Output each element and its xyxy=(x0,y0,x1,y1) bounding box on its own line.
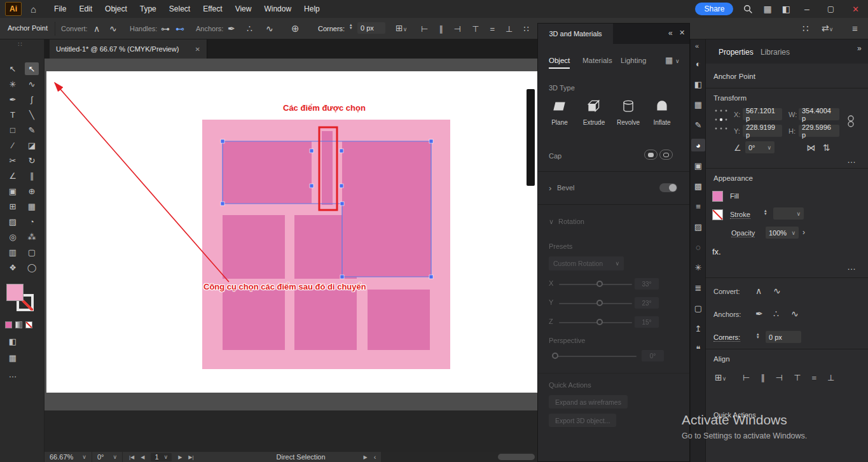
blend-tool[interactable]: ◎ xyxy=(6,230,20,243)
shape-builder-tool[interactable]: ⊕ xyxy=(25,185,39,197)
menu-item-type[interactable]: Type xyxy=(134,4,163,13)
panel-icon-gradient[interactable]: ▨ xyxy=(691,220,705,233)
presets-dropdown[interactable]: Custom Rotation ∨ xyxy=(549,256,624,270)
color-mode-gradient[interactable] xyxy=(15,321,22,328)
export-3d-object-button[interactable]: Export 3D object... xyxy=(549,414,616,427)
zoom-dropdown[interactable]: 66.67% ∨ xyxy=(45,452,92,462)
perspective-knob[interactable] xyxy=(552,353,558,359)
line-segment-tool[interactable]: ╲ xyxy=(25,108,39,121)
magic-wand-tool[interactable]: ✳ xyxy=(6,78,20,90)
cap-on-button[interactable] xyxy=(644,150,658,160)
convert-corner-icon[interactable]: ∧ xyxy=(93,24,100,33)
transform-more-icon[interactable]: … xyxy=(847,155,856,164)
props-align-left-icon[interactable]: ⊢ xyxy=(743,373,750,382)
draw-mode-button[interactable]: ◧ xyxy=(6,335,20,347)
fill-swatch[interactable] xyxy=(712,191,723,202)
menu-item-window[interactable]: Window xyxy=(258,4,298,13)
menu-item-view[interactable]: View xyxy=(229,4,258,13)
color-mode-color[interactable] xyxy=(5,321,12,328)
status-collapse-icon[interactable]: ‹ xyxy=(374,453,376,461)
vertical-scrollbar[interactable] xyxy=(527,89,535,186)
y-input[interactable]: 228.9199 p xyxy=(743,125,782,137)
rotate-tool[interactable]: ↻ xyxy=(25,154,39,167)
workspace-switcher-icon[interactable]: ◧ xyxy=(782,4,790,14)
color-mode-none[interactable] xyxy=(25,321,32,328)
scale-tool[interactable]: ∠ xyxy=(6,169,20,182)
slider-y-track[interactable] xyxy=(559,303,632,304)
props-convert-corner-icon[interactable]: ∧ xyxy=(755,286,762,295)
isolate-globe-icon[interactable]: ⊕ xyxy=(291,24,300,33)
opacity-flyout-icon[interactable]: › xyxy=(803,228,805,236)
properties-collapse-icon[interactable]: » xyxy=(857,45,862,52)
panel-icon-brushes[interactable]: ✎ xyxy=(691,118,705,131)
panel-icon-layers[interactable]: ≣ xyxy=(691,281,705,294)
artwork-rect-mid-left[interactable] xyxy=(223,215,285,279)
remove-anchor-icon[interactable]: ✒ xyxy=(228,24,235,33)
slider-z-knob[interactable] xyxy=(596,319,603,325)
perspective-grid-tool[interactable]: ⊞ xyxy=(6,200,20,213)
artboard-number-field[interactable]: 1 ∨ xyxy=(151,453,172,461)
slider-y-value[interactable]: 23° xyxy=(635,297,659,309)
first-artboard-icon[interactable]: |◀ xyxy=(129,454,134,460)
fx-button[interactable]: fx. xyxy=(712,247,721,256)
props-align-bottom-icon[interactable]: ⊥ xyxy=(827,373,834,382)
menu-item-edit[interactable]: Edit xyxy=(72,4,99,13)
menu-item-file[interactable]: File xyxy=(48,4,72,13)
panel-icon-3d-and-materials[interactable]: ◕ xyxy=(691,139,705,151)
rotation-chevron-icon[interactable]: ∨ xyxy=(549,218,554,225)
menu-item-select[interactable]: Select xyxy=(163,4,196,13)
align-bottom-icon[interactable]: ⊥ xyxy=(506,24,513,34)
fill-color-swatch[interactable] xyxy=(6,284,24,301)
hide-handles-icon[interactable]: ⊷ xyxy=(176,24,184,33)
opacity-dropdown[interactable]: 100% ∨ xyxy=(766,227,799,239)
free-transform-tool[interactable]: ▣ xyxy=(6,185,20,197)
curvature-tool[interactable]: ∫ xyxy=(25,93,39,106)
align-top-icon[interactable]: ⊤ xyxy=(472,24,479,34)
share-button[interactable]: Share xyxy=(695,3,733,15)
opacity-label[interactable]: Opacity xyxy=(731,229,755,237)
prev-artboard-icon[interactable]: ◀ xyxy=(141,454,144,460)
cap-off-button[interactable] xyxy=(659,150,673,160)
props-anchor-handles-icon[interactable]: ∿ xyxy=(791,309,799,318)
artwork-rect-strip[interactable] xyxy=(322,131,333,205)
show-handles-icon[interactable]: ⊶ xyxy=(161,24,170,33)
slider-y-knob[interactable] xyxy=(596,300,603,306)
mesh-tool[interactable]: ▦ xyxy=(25,200,39,213)
gradient-tool[interactable]: ▨ xyxy=(6,215,20,228)
align-left-icon[interactable]: ⊢ xyxy=(421,24,428,34)
tools-drag-handle[interactable]: ∷ xyxy=(18,41,22,48)
corners-input-control[interactable]: 0 px xyxy=(357,22,385,34)
align-vcenter-icon[interactable]: = xyxy=(490,24,495,34)
tab-properties[interactable]: Properties xyxy=(719,48,754,57)
panel-icon-color[interactable]: ◐ xyxy=(691,57,705,70)
menu-item-effect[interactable]: Effect xyxy=(196,4,228,13)
stroke-swatch[interactable] xyxy=(712,209,723,220)
next-artboard-icon[interactable]: ▶ xyxy=(178,454,182,460)
screen-mode-button[interactable]: ▦ xyxy=(6,351,20,364)
panel-icon-color-guide[interactable]: ◧ xyxy=(691,78,705,90)
align-to-icon[interactable]: ⊞∨ xyxy=(715,373,726,382)
stroke-weight-dropdown[interactable]: ∨ xyxy=(773,207,804,220)
artwork-rect-selected-left[interactable] xyxy=(223,141,312,204)
fill-label[interactable]: Fill xyxy=(730,192,739,200)
hand-tool[interactable]: ❖ xyxy=(6,261,20,274)
rotation-dropdown[interactable]: 0° ∨ xyxy=(92,452,123,462)
stroke-label[interactable]: Stroke xyxy=(730,211,750,219)
connect-anchors-icon[interactable]: ∿ xyxy=(266,24,273,33)
perspective-track[interactable] xyxy=(554,356,637,357)
panel-icon-transparency[interactable]: ◌ xyxy=(691,241,705,253)
3d-type-extrude[interactable]: Extrude xyxy=(579,98,609,126)
column-graph-tool[interactable]: ▥ xyxy=(6,246,20,258)
artwork-rect-bottom-center[interactable] xyxy=(294,290,357,350)
link-dimensions-icon[interactable] xyxy=(846,115,856,129)
snap-options-icon[interactable]: ⊞∨ xyxy=(396,24,407,32)
search-icon[interactable] xyxy=(743,4,753,14)
transform-grid-icon[interactable]: ∷ xyxy=(803,24,809,33)
lasso-tool[interactable]: ∿ xyxy=(25,78,39,90)
close-button[interactable]: ✕ xyxy=(848,4,863,14)
pen-tool[interactable]: ✒ xyxy=(6,93,20,106)
corners-stepper[interactable]: ▴▾ xyxy=(350,23,352,29)
symbol-sprayer-tool[interactable]: ⁂ xyxy=(25,230,39,243)
props-anchor-points-icon[interactable]: ∴ xyxy=(773,309,779,318)
panel-icon-graphic-styles[interactable]: ▩ xyxy=(691,179,705,192)
